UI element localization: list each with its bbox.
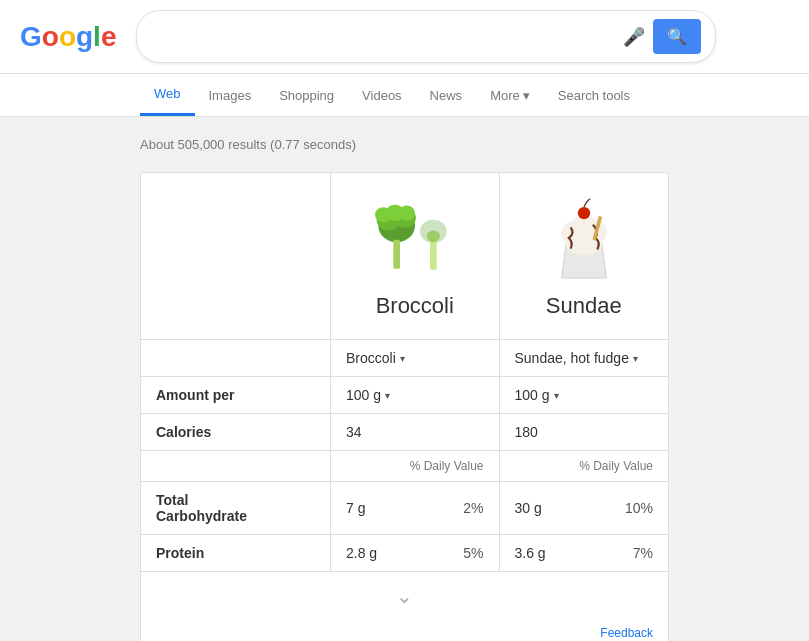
amount-label: Amount per xyxy=(141,377,331,413)
calories-row: Calories 34 180 xyxy=(141,414,668,451)
sundae-amount-dropdown[interactable]: 100 g ▾ xyxy=(515,387,559,403)
daily-value-header-row: % Daily Value % Daily Value xyxy=(141,451,668,482)
chevron-down-icon-3: ▾ xyxy=(385,390,390,401)
comparison-card: Broccoli xyxy=(140,172,669,641)
amount-row: Amount per 100 g ▾ 100 g ▾ xyxy=(141,377,668,414)
search-bar: broccoli vs ice cream sundae 🎤 🔍 xyxy=(136,10,716,63)
chevron-down-icon: ▾ xyxy=(400,353,405,364)
broccoli-header: Broccoli xyxy=(331,173,500,339)
expand-icon[interactable]: ⌄ xyxy=(396,585,413,607)
feedback-row: Feedback xyxy=(141,620,668,641)
google-logo[interactable]: Google xyxy=(20,21,116,53)
protein-row: Protein 2.8 g 5% 3.6 g 7% xyxy=(141,535,668,572)
carbs-label: TotalCarbohydrate xyxy=(141,482,331,534)
variety-row: Broccoli ▾ Sundae, hot fudge ▾ xyxy=(141,340,668,377)
variety-broccoli-cell[interactable]: Broccoli ▾ xyxy=(331,340,500,376)
amount-broccoli[interactable]: 100 g ▾ xyxy=(331,377,500,413)
food-headers-row: Broccoli xyxy=(141,173,668,340)
calories-sundae: 180 xyxy=(500,414,669,450)
nav-item-news[interactable]: News xyxy=(416,76,477,115)
nav-item-shopping[interactable]: Shopping xyxy=(265,76,348,115)
daily-value-empty xyxy=(141,451,331,481)
broccoli-food-name: Broccoli xyxy=(376,293,454,319)
carbs-row: TotalCarbohydrate 7 g 2% 30 g 10% xyxy=(141,482,668,535)
svg-point-5 xyxy=(398,206,415,221)
chevron-down-icon-2: ▾ xyxy=(633,353,638,364)
carbs-sundae-data: 30 g 10% xyxy=(500,482,669,534)
sundae-variety-dropdown[interactable]: Sundae, hot fudge ▾ xyxy=(515,350,638,366)
nav-item-search-tools[interactable]: Search tools xyxy=(544,76,644,115)
nav-item-web[interactable]: Web xyxy=(140,74,195,116)
main-content: About 505,000 results (0.77 seconds) xyxy=(0,117,809,641)
broccoli-variety-dropdown[interactable]: Broccoli ▾ xyxy=(346,350,405,366)
sundae-food-name: Sundae xyxy=(546,293,622,319)
microphone-icon[interactable]: 🎤 xyxy=(623,26,645,48)
nav-bar: Web Images Shopping Videos News More ▾ S… xyxy=(0,74,809,117)
nav-item-videos[interactable]: Videos xyxy=(348,76,416,115)
protein-sundae-data: 3.6 g 7% xyxy=(500,535,669,571)
svg-rect-6 xyxy=(393,240,400,269)
search-button[interactable]: 🔍 xyxy=(653,19,701,54)
daily-value-broccoli-header: % Daily Value xyxy=(331,451,500,481)
feedback-link[interactable]: Feedback xyxy=(600,626,653,640)
amount-sundae[interactable]: 100 g ▾ xyxy=(500,377,669,413)
header-empty-cell xyxy=(141,173,331,339)
search-input[interactable]: broccoli vs ice cream sundae xyxy=(151,28,623,46)
svg-point-9 xyxy=(426,231,439,243)
nav-item-images[interactable]: Images xyxy=(195,76,266,115)
broccoli-image xyxy=(365,193,465,283)
sundae-header: Sundae xyxy=(500,173,669,339)
chevron-down-icon-4: ▾ xyxy=(554,390,559,401)
protein-label: Protein xyxy=(141,535,331,571)
carbs-broccoli-data: 7 g 2% xyxy=(331,482,500,534)
svg-point-14 xyxy=(578,207,590,219)
daily-value-sundae-header: % Daily Value xyxy=(500,451,669,481)
calories-broccoli: 34 xyxy=(331,414,500,450)
svg-point-4 xyxy=(375,207,392,222)
broccoli-svg xyxy=(365,193,465,283)
expand-row[interactable]: ⌄ xyxy=(141,572,668,620)
variety-sundae-cell[interactable]: Sundae, hot fudge ▾ xyxy=(500,340,669,376)
results-count: About 505,000 results (0.77 seconds) xyxy=(140,137,669,152)
broccoli-amount-dropdown[interactable]: 100 g ▾ xyxy=(346,387,390,403)
calories-label: Calories xyxy=(141,414,331,450)
sundae-svg xyxy=(544,193,624,283)
sundae-image xyxy=(534,193,634,283)
nav-item-more[interactable]: More ▾ xyxy=(476,76,544,115)
header: Google broccoli vs ice cream sundae 🎤 🔍 xyxy=(0,0,809,74)
variety-label-cell xyxy=(141,340,331,376)
protein-broccoli-data: 2.8 g 5% xyxy=(331,535,500,571)
